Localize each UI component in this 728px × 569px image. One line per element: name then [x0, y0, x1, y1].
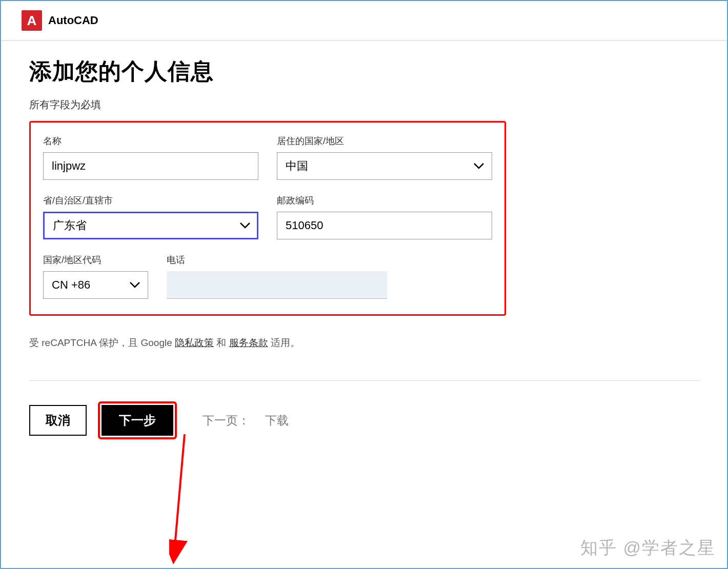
form-row: 国家/地区代码 电话	[43, 254, 492, 299]
product-name: AutoCAD	[48, 14, 98, 27]
name-group: 名称	[43, 135, 258, 180]
next-page-value: 下载	[265, 414, 289, 427]
privacy-policy-link[interactable]: 隐私政策	[175, 337, 214, 348]
page-title: 添加您的个人信息	[29, 56, 699, 87]
dial-code-group: 国家/地区代码	[43, 254, 148, 299]
form-row: 省/自治区/直辖市 邮政编码	[43, 194, 492, 239]
country-select[interactable]	[277, 152, 492, 180]
next-button-highlight: 下一步	[98, 401, 177, 439]
postal-label: 邮政编码	[277, 194, 492, 207]
phone-group: 电话	[167, 254, 387, 299]
postal-input[interactable]	[277, 212, 492, 239]
phone-input[interactable]	[167, 271, 387, 299]
main-content: 添加您的个人信息 所有字段为必填 名称 居住的国家/地区 省/自治区/直辖市	[1, 41, 727, 455]
recaptcha-suffix: 适用。	[271, 337, 300, 348]
cancel-button[interactable]: 取消	[29, 405, 87, 436]
next-page-hint: 下一页： 下载	[203, 413, 289, 429]
country-select-value[interactable]	[277, 152, 492, 180]
province-select[interactable]	[43, 212, 258, 239]
recaptcha-notice: 受 reCAPTCHA 保护，且 Google 隐私政策 和 服务条款 适用。	[29, 336, 699, 350]
recaptcha-mid: 和	[216, 337, 226, 348]
phone-label: 电话	[167, 254, 387, 266]
province-group: 省/自治区/直辖市	[43, 194, 258, 239]
next-page-label: 下一页：	[203, 414, 250, 427]
app-header: A AutoCAD	[1, 1, 727, 41]
divider	[29, 380, 701, 381]
recaptcha-prefix: 受 reCAPTCHA 保护，且 Google	[29, 337, 175, 348]
watermark: 知乎 @学者之星	[580, 536, 716, 560]
terms-link[interactable]: 服务条款	[229, 337, 268, 348]
country-label: 居住的国家/地区	[277, 135, 492, 147]
form-row: 名称 居住的国家/地区	[43, 135, 492, 180]
svg-line-0	[174, 434, 185, 552]
required-fields-note: 所有字段为必填	[29, 98, 699, 112]
annotation-arrow-icon	[169, 434, 200, 567]
province-select-value[interactable]	[43, 212, 258, 239]
autocad-logo-icon: A	[22, 10, 42, 31]
logo-letter: A	[27, 13, 37, 29]
country-group: 居住的国家/地区	[277, 135, 492, 180]
name-input[interactable]	[43, 152, 258, 180]
next-button[interactable]: 下一步	[102, 405, 173, 436]
form-highlight-box: 名称 居住的国家/地区 省/自治区/直辖市 邮政编码	[29, 121, 506, 316]
province-label: 省/自治区/直辖市	[43, 194, 258, 207]
name-label: 名称	[43, 135, 258, 147]
dial-code-label: 国家/地区代码	[43, 254, 148, 266]
postal-group: 邮政编码	[277, 194, 492, 239]
dial-code-value[interactable]	[43, 271, 148, 299]
footer-actions: 取消 下一步 下一页： 下载	[29, 401, 699, 439]
dial-code-select[interactable]	[43, 271, 148, 299]
